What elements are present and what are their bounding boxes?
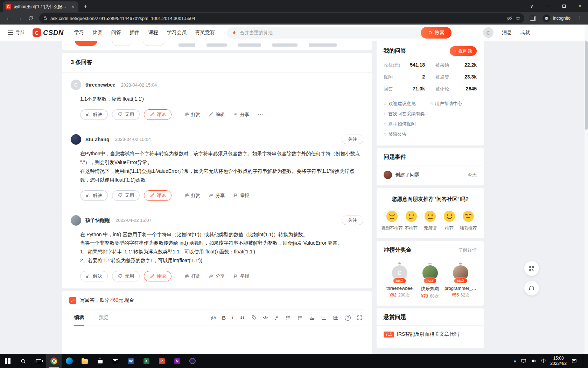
share-button[interactable]: 分享	[209, 273, 225, 279]
rating-against[interactable]: 不推荐	[402, 210, 420, 231]
rank-item[interactable]: C no.1 threenewbee ¥92200次	[384, 261, 415, 299]
taskbar-mail[interactable]	[108, 354, 123, 368]
back-button[interactable]: ←	[4, 13, 13, 23]
show-desktop-button[interactable]	[583, 354, 584, 368]
tab-edit[interactable]: 编辑	[74, 309, 84, 326]
taskbar-app[interactable]	[185, 354, 200, 368]
ime-indicator[interactable]: 中	[541, 358, 546, 364]
start-button[interactable]	[0, 354, 15, 368]
menu-item-study[interactable]: 学习	[74, 29, 84, 36]
answer-author[interactable]: Stu.Zhang	[85, 137, 109, 142]
rank-item[interactable]: no.3 programmer_ada ¥5562次	[445, 261, 476, 299]
link-how-to-ask[interactable]: ◇新手如何提问	[384, 119, 477, 129]
user-avatar[interactable]: C	[483, 27, 493, 38]
comment-button[interactable]: 评论	[144, 109, 172, 120]
address-bar[interactable]: ask.csdn.net/questions/7915289/54144670?…	[39, 13, 524, 23]
follow-button[interactable]: 关注	[342, 135, 363, 144]
editor-area[interactable]	[69, 326, 365, 354]
nav-toggle-label[interactable]: 导航	[16, 29, 25, 36]
bookmark-star-icon[interactable]	[515, 15, 521, 21]
taskbar-store[interactable]	[92, 354, 108, 368]
answer-author[interactable]: threenewbee	[85, 82, 115, 88]
more-actions-icon[interactable]: ⋯	[258, 111, 264, 118]
taskbar-search-button[interactable]	[15, 354, 31, 368]
reward-button[interactable]: 打赏	[184, 273, 200, 279]
menu-item-member[interactable]: 学习会员	[167, 29, 187, 36]
taskbar-chrome[interactable]	[46, 354, 62, 368]
menu-item-contest[interactable]: 比赛	[93, 29, 103, 36]
unordered-list-icon[interactable]	[285, 315, 291, 321]
avatar[interactable]	[384, 171, 392, 179]
browser-tab[interactable]: C python里int('1.1')为什么报错啊 ×	[3, 1, 78, 12]
rating-recommend[interactable]: 推荐	[440, 210, 458, 231]
tag-icon[interactable]	[251, 315, 257, 320]
avatar[interactable]	[71, 215, 81, 226]
forward-button[interactable]: →	[15, 13, 24, 23]
link-help-center[interactable]: ◇用户帮助中心	[430, 98, 477, 109]
menu-item-plugin[interactable]: 插件	[130, 29, 140, 36]
minimize-button[interactable]	[540, 0, 556, 12]
new-tab-button[interactable]: +	[80, 1, 90, 11]
search-button[interactable]: 搜索	[421, 27, 451, 39]
side-panel-button[interactable]	[528, 13, 538, 23]
image-icon[interactable]	[309, 315, 315, 321]
code-icon[interactable]: </>	[263, 315, 267, 320]
tab-search-icon[interactable]: ∨	[524, 0, 540, 12]
clipped-orange-button[interactable]	[75, 41, 97, 46]
link-rules[interactable]: ◇奖惩公告	[384, 129, 477, 139]
taskbar-edge[interactable]	[62, 354, 77, 368]
refresh-button[interactable]	[26, 13, 36, 23]
solve-button[interactable]: 解决	[80, 271, 108, 281]
scrollbar-thumb[interactable]	[585, 41, 588, 130]
comment-button[interactable]: 评论	[144, 190, 172, 201]
window-close-button[interactable]: ×	[572, 0, 588, 12]
menu-item-course[interactable]: 课程	[148, 29, 158, 36]
bounty-item[interactable]: ¥15 IRS智能反射面相关文章代码	[384, 331, 477, 338]
comment-button[interactable]: 评论	[144, 271, 172, 281]
messages-link[interactable]: 消息	[502, 29, 512, 36]
tab-close-icon[interactable]: ×	[70, 4, 76, 9]
avatar[interactable]: C	[71, 80, 81, 90]
tray-expand-icon[interactable]: ∧	[513, 359, 516, 363]
link-first-answer-reward[interactable]: ◇首次回答采纳有奖	[384, 109, 477, 119]
taskbar-excel[interactable]: X	[139, 354, 154, 368]
taskbar-file-explorer[interactable]	[77, 354, 92, 368]
menu-item-prize[interactable]: 有奖竞赛	[195, 29, 215, 36]
fullscreen-icon[interactable]	[357, 315, 363, 321]
customer-service-button[interactable]	[524, 281, 539, 295]
task-view-button[interactable]	[31, 354, 46, 368]
table-icon[interactable]	[333, 315, 339, 321]
bounty-question-link[interactable]: IRS智能反射面相关文章代码	[397, 331, 459, 338]
taskbar-clock[interactable]: 15:08 2023/4/2	[550, 356, 567, 366]
ask-question-button[interactable]: +提问题	[450, 46, 477, 56]
password-eye-off-icon[interactable]	[506, 15, 512, 21]
bold-icon[interactable]: B	[222, 315, 226, 321]
browser-menu-icon[interactable]: ⋮	[575, 15, 584, 21]
link-icon[interactable]	[273, 315, 279, 321]
tab-preview[interactable]: 预览	[99, 309, 108, 326]
card-icon[interactable]	[321, 315, 327, 321]
useless-button[interactable]: 无用	[112, 190, 140, 201]
share-button[interactable]: 分享	[233, 111, 249, 118]
qr-code-button[interactable]	[524, 261, 539, 276]
rating-strongly-recommend[interactable]: 强烈推荐	[459, 210, 477, 231]
answer-author[interactable]: 孩子快醒醒	[85, 217, 110, 224]
menu-item-qa[interactable]: 问答	[111, 29, 121, 36]
rating-strongly-against[interactable]: 强烈不推荐	[383, 210, 401, 231]
rating-neutral[interactable]: 无所谓	[421, 210, 439, 231]
reward-button[interactable]: 打赏	[184, 192, 200, 199]
solve-button[interactable]: 解决	[80, 190, 108, 201]
taskbar-word[interactable]: W	[123, 354, 139, 368]
edit-button[interactable]: 编辑	[209, 111, 225, 118]
link-feedback[interactable]: ◇欢迎建议意见	[384, 98, 430, 109]
volume-icon[interactable]	[531, 358, 537, 364]
achievement-link[interactable]: 成就	[520, 29, 530, 36]
incognito-profile-chip[interactable]: Incognito	[539, 13, 574, 23]
clipped-outline-button[interactable]	[112, 41, 132, 46]
mention-at-icon[interactable]: @	[211, 315, 216, 321]
notification-center-icon[interactable]	[571, 358, 577, 364]
report-button[interactable]: 举报	[233, 192, 249, 199]
solve-button[interactable]: 解决	[80, 109, 108, 120]
maximize-button[interactable]	[556, 0, 572, 12]
share-button[interactable]: 分享	[209, 192, 225, 199]
